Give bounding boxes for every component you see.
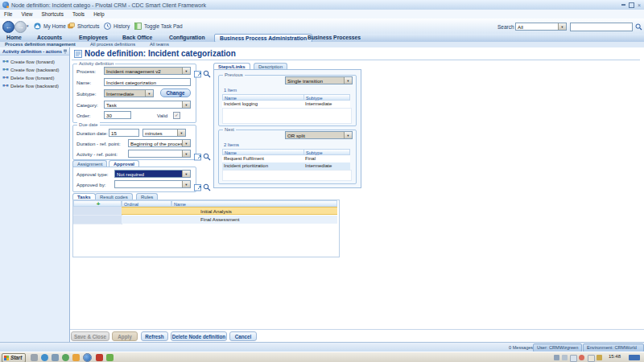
tray-icon[interactable] xyxy=(588,355,595,362)
refresh-button[interactable]: Refresh xyxy=(141,331,168,341)
app-icon-red[interactable] xyxy=(96,354,103,361)
open-record-icon[interactable] xyxy=(194,67,202,75)
table-row[interactable]: Incident prioritization xyxy=(222,162,303,170)
tray-icon[interactable] xyxy=(597,355,602,360)
column-header-subtype[interactable]: Subtype xyxy=(303,94,350,101)
header-divider xyxy=(72,60,640,60)
search-record-icon[interactable] xyxy=(203,150,211,158)
history-label: History xyxy=(114,23,130,29)
toggle-task-pad-button[interactable]: Toggle Task Pad xyxy=(134,23,183,30)
column-header-name[interactable]: Name xyxy=(171,200,337,207)
column-header-name[interactable]: Name xyxy=(222,149,304,155)
valid-checkbox[interactable]: ✓ xyxy=(173,112,180,119)
task-row[interactable]: Final Assessment xyxy=(122,216,337,224)
group-legend: Activity definition xyxy=(77,61,115,66)
subtype-select[interactable]: Intermediate▾ xyxy=(104,89,154,97)
change-button[interactable]: Change xyxy=(160,88,191,97)
nav-history-dropdown-icon[interactable]: ▾ xyxy=(27,23,29,28)
row-selector[interactable] xyxy=(73,207,122,216)
subnav-process-definition-management[interactable]: Process definition management xyxy=(5,42,76,47)
table-row[interactable]: Request Fulfilment xyxy=(222,155,303,162)
desktop-icon[interactable] xyxy=(52,354,59,361)
search-scope-select[interactable]: All▾ xyxy=(515,23,567,31)
subnav-all-process-definitions[interactable]: All process definitions xyxy=(90,42,135,47)
menu-shortcuts[interactable]: Shortcuts xyxy=(41,11,63,17)
task-row[interactable]: Initial Analysis xyxy=(122,207,337,215)
order-field[interactable]: 30 xyxy=(104,111,131,119)
tab-employees[interactable]: Employees xyxy=(79,35,108,40)
maximize-icon[interactable] xyxy=(629,2,634,8)
tab-accounts[interactable]: Accounts xyxy=(37,35,62,40)
menu-tools[interactable]: Tools xyxy=(72,11,85,17)
duration-unit-select[interactable]: minutes▾ xyxy=(142,129,186,137)
next-transition-select[interactable]: OR split▾ xyxy=(285,131,353,139)
close-icon[interactable]: × xyxy=(638,2,641,8)
tab-home[interactable]: Home xyxy=(6,35,22,40)
process-select[interactable]: Incident management v2▾ xyxy=(104,67,191,75)
search-icon[interactable] xyxy=(635,23,642,31)
subnav-all-teams[interactable]: All teams xyxy=(150,42,169,47)
action-create-flow-forward[interactable]: Create flow (forward) xyxy=(2,59,55,64)
tray-network-icon[interactable] xyxy=(629,355,640,360)
tray-alert-icon[interactable] xyxy=(579,355,584,360)
search-record-icon[interactable] xyxy=(203,180,211,188)
forward-button[interactable]: → xyxy=(14,21,27,33)
tray-icon[interactable] xyxy=(554,355,559,360)
add-task-button[interactable]: + xyxy=(73,200,122,207)
tray-icon[interactable] xyxy=(562,355,568,360)
menu-help[interactable]: Help xyxy=(93,11,104,17)
menu-view[interactable]: View xyxy=(21,11,32,17)
tray-icon[interactable] xyxy=(570,355,577,362)
my-home-button[interactable]: My Home xyxy=(34,23,66,30)
table-cell-subtype[interactable]: Intermediate xyxy=(303,101,350,108)
open-record-icon[interactable] xyxy=(194,180,202,188)
dropdown-arrow-icon: ▾ xyxy=(177,130,185,136)
app-launcher-icon[interactable] xyxy=(72,354,80,361)
action-delete-flow-backward[interactable]: Delete flow (backward) xyxy=(2,83,59,88)
duration-ref-select[interactable]: Beginning of the process▾ xyxy=(128,139,191,147)
open-record-icon[interactable] xyxy=(194,150,202,158)
minimize-icon[interactable] xyxy=(621,4,625,6)
approval-type-select[interactable]: Not required▾ xyxy=(114,170,191,178)
app-icon-green[interactable] xyxy=(106,354,114,361)
tab-configuration[interactable]: Configuration xyxy=(169,35,205,40)
search-input[interactable] xyxy=(570,23,633,31)
table-cell-subtype[interactable]: Final xyxy=(303,155,350,162)
pin-icon[interactable] xyxy=(63,49,68,54)
cancel-button[interactable]: Cancel xyxy=(229,331,257,341)
approved-by-select[interactable]: ▾ xyxy=(114,180,191,188)
category-select[interactable]: Task▾ xyxy=(104,101,191,109)
table-row[interactable]: Incident logging xyxy=(222,101,303,108)
browser-icon[interactable] xyxy=(41,354,48,361)
pivotal-app-taskbar-button[interactable] xyxy=(84,354,91,361)
order-value: 30 xyxy=(106,113,112,118)
globe-icon[interactable] xyxy=(62,354,69,361)
taskbar-clock[interactable]: 15:48 xyxy=(609,354,621,359)
column-header-name[interactable]: Name xyxy=(222,94,304,101)
quick-launch-icon[interactable] xyxy=(31,354,38,361)
action-delete-flow-forward[interactable]: Delete flow (forward) xyxy=(2,75,54,80)
valid-label: Valid xyxy=(157,113,167,118)
apply-button[interactable]: Apply xyxy=(112,331,138,341)
start-button[interactable]: Start xyxy=(2,353,26,362)
previous-transition-select[interactable]: Single transition▾ xyxy=(285,76,353,84)
column-header-subtype[interactable]: Subtype xyxy=(303,149,350,155)
column-header-ordinal[interactable]: Ordinal xyxy=(122,200,171,207)
tab-business-processes[interactable]: Business Processes xyxy=(308,35,361,40)
dropdown-arrow-icon: ▾ xyxy=(344,132,352,138)
row-selector[interactable] xyxy=(73,216,122,224)
shortcuts-button[interactable]: Shortcuts xyxy=(68,23,99,30)
messages-count[interactable]: 0 Messages xyxy=(509,345,533,350)
duration-date-field[interactable]: 15 xyxy=(109,129,139,137)
action-create-flow-backward[interactable]: Create flow (backward) xyxy=(2,67,60,72)
tab-back-office[interactable]: Back Office xyxy=(122,35,152,40)
name-field[interactable]: Incident categorization xyxy=(104,78,191,86)
history-button[interactable]: History xyxy=(104,23,130,30)
delete-node-definition-button[interactable]: Delete Node definition xyxy=(171,331,227,341)
search-record-icon[interactable] xyxy=(203,67,211,75)
menu-file[interactable]: File xyxy=(4,11,12,17)
activity-ref-select[interactable]: ▾ xyxy=(128,150,191,158)
back-button[interactable]: ← xyxy=(2,21,14,33)
save-and-close-button[interactable]: Save & Close xyxy=(71,331,109,341)
table-cell-subtype[interactable]: Intermediate xyxy=(303,162,350,170)
